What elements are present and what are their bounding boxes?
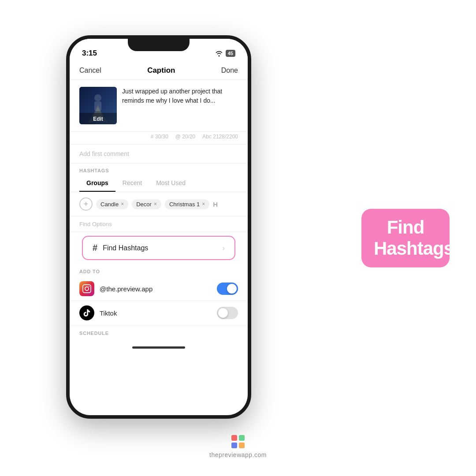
toggle-thumb-instagram xyxy=(227,284,237,294)
add-to-section: ADD TO @the.preview.app xyxy=(70,264,248,325)
instagram-icon xyxy=(79,281,94,296)
instagram-row: @the.preview.app xyxy=(70,277,248,301)
find-hashtags-row[interactable]: # Find Hashtags › xyxy=(82,236,235,260)
comment-placeholder: Add first comment xyxy=(79,150,129,157)
tab-recent[interactable]: Recent xyxy=(115,176,149,192)
side-label-line1: Find xyxy=(374,217,437,238)
tag-decor-remove[interactable]: × xyxy=(154,201,157,207)
status-time: 3:15 xyxy=(82,49,97,58)
tag-christmas-remove[interactable]: × xyxy=(202,201,205,207)
schedule-label: SCHEDULE xyxy=(79,331,109,336)
media-thumbnail[interactable]: Edit xyxy=(79,87,117,124)
svg-rect-9 xyxy=(239,435,245,441)
tiktok-toggle[interactable] xyxy=(217,307,238,319)
find-options-label: Find Options xyxy=(79,221,112,227)
tag-christmas[interactable]: Christmas 1 × xyxy=(165,199,209,209)
find-options-row: Find Options xyxy=(70,216,248,232)
find-hashtags-label: Find Hashtags xyxy=(103,244,148,252)
page: 3:15 45 Cancel Caption Done xyxy=(0,0,476,476)
tag-decor-label: Decor xyxy=(136,201,152,208)
tiktok-left: Tiktok xyxy=(79,305,117,320)
add-tag-button[interactable]: + xyxy=(79,197,93,211)
hash-icon: # xyxy=(93,243,97,253)
wifi-icon xyxy=(215,51,223,56)
caption-area: Edit Just wrapped up another project tha… xyxy=(70,80,248,131)
svg-rect-11 xyxy=(239,443,245,448)
tag-candle-label: Candle xyxy=(100,201,119,208)
svg-rect-8 xyxy=(231,435,237,441)
cancel-button[interactable]: Cancel xyxy=(79,67,101,74)
side-label-line2: Hashtags xyxy=(374,238,437,259)
stats-row: # 30/30 @ 20/20 Abc 2128/2200 xyxy=(70,131,248,145)
tab-groups[interactable]: Groups xyxy=(79,176,115,192)
hashtags-section: HASHTAGS Groups Recent Most Used + Candl… xyxy=(70,164,248,216)
svg-point-7 xyxy=(89,286,89,287)
caption-text[interactable]: Just wrapped up another project that rem… xyxy=(122,87,238,124)
home-indicator xyxy=(132,346,185,349)
hashtags-label: HASHTAGS xyxy=(70,164,248,176)
status-icons: 45 xyxy=(215,50,235,57)
svg-point-6 xyxy=(85,287,89,290)
branding: thepreviewapp.com xyxy=(209,435,267,458)
branding-url: thepreviewapp.com xyxy=(209,451,267,458)
hashtag-tabs: Groups Recent Most Used xyxy=(70,176,248,192)
instagram-toggle[interactable] xyxy=(217,283,238,295)
svg-rect-5 xyxy=(83,285,91,293)
phone-notch xyxy=(128,39,190,51)
hashtag-count: # 30/30 xyxy=(151,134,168,140)
tiktok-label: Tiktok xyxy=(100,309,117,317)
toggle-thumb-tiktok xyxy=(218,308,228,318)
edit-overlay[interactable]: Edit xyxy=(79,113,117,124)
tag-decor[interactable]: Decor × xyxy=(132,199,161,209)
preview-logo xyxy=(231,435,245,449)
tiktok-row: Tiktok xyxy=(70,301,248,325)
chevron-right-icon: › xyxy=(223,244,225,252)
find-hashtags-wrapper: # Find Hashtags › xyxy=(70,232,248,264)
nav-title: Caption xyxy=(147,66,175,75)
instagram-left: @the.preview.app xyxy=(79,281,152,296)
add-to-label: ADD TO xyxy=(70,264,248,277)
edit-label: Edit xyxy=(93,116,103,122)
tag-candle-remove[interactable]: × xyxy=(121,201,124,207)
tab-most-used[interactable]: Most Used xyxy=(149,176,193,192)
tag-christmas-label: Christmas 1 xyxy=(169,201,200,208)
tiktok-icon xyxy=(79,305,94,320)
instagram-label: @the.preview.app xyxy=(100,285,152,293)
battery-indicator: 45 xyxy=(226,50,235,57)
char-count: Abc 2128/2200 xyxy=(202,134,238,140)
more-tag-indicator: H xyxy=(213,201,218,208)
side-label-badge: Find Hashtags xyxy=(361,209,450,268)
find-hashtags-left: # Find Hashtags xyxy=(93,243,148,253)
schedule-row: SCHEDULE xyxy=(70,325,248,341)
tag-candle[interactable]: Candle × xyxy=(96,199,128,209)
nav-bar: Cancel Caption Done xyxy=(70,62,248,80)
comment-area[interactable]: Add first comment xyxy=(70,145,248,164)
svg-rect-10 xyxy=(231,443,237,448)
phone-frame: 3:15 45 Cancel Caption Done xyxy=(66,35,251,419)
hashtag-tags-row: + Candle × Decor × Christmas 1 × H xyxy=(70,192,248,216)
mention-count: @ 20/20 xyxy=(175,134,196,140)
done-button[interactable]: Done xyxy=(221,67,238,74)
bottom-bar xyxy=(70,341,248,353)
svg-point-1 xyxy=(94,94,101,101)
